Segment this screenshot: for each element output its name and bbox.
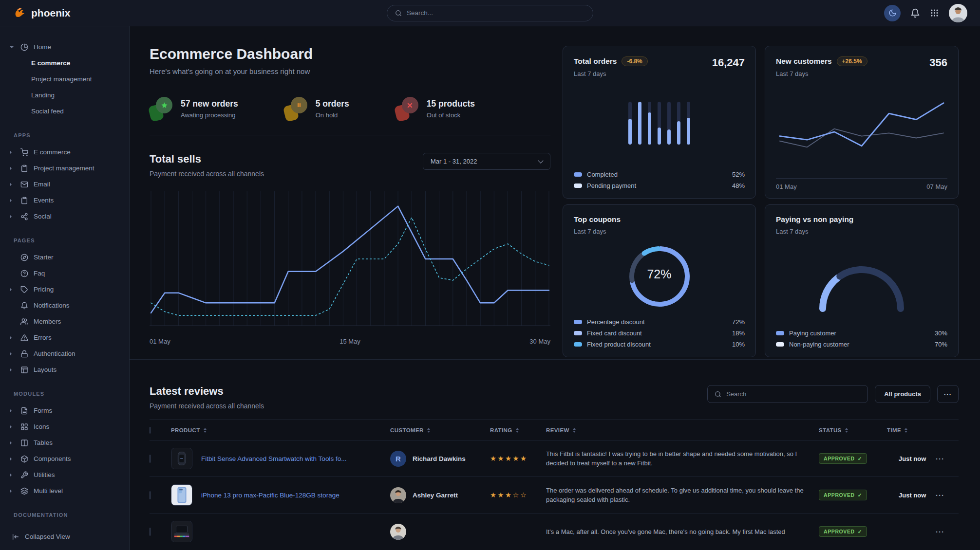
column-header-product[interactable]: PRODUCT xyxy=(171,427,390,433)
row-checkbox[interactable] xyxy=(150,528,151,536)
card-title: Total orders xyxy=(574,57,617,66)
customer-name: Ashley Garrett xyxy=(413,492,458,499)
sidebar-item-members[interactable]: Members xyxy=(0,313,129,330)
sidebar-subitem-landing[interactable]: Landing xyxy=(0,87,129,103)
sidebar-subitem-e-commerce[interactable]: E commerce xyxy=(0,55,129,71)
customer-cell: Ashley Garrett xyxy=(390,487,490,503)
global-search-input[interactable] xyxy=(407,9,585,17)
reviews-search-input[interactable] xyxy=(726,390,861,398)
theme-toggle-button[interactable] xyxy=(884,5,901,21)
customer-cell: RRichard Dawkins xyxy=(390,451,490,467)
sidebar-item-multi-level[interactable]: Multi level xyxy=(0,483,129,499)
sidebar-subitem-project-management[interactable]: Project management xyxy=(0,71,129,87)
pie-chart-icon xyxy=(20,43,28,51)
customer-cell xyxy=(390,524,490,540)
sidebar-item-authentication[interactable]: Authentication xyxy=(0,346,129,362)
caret-right-icon xyxy=(10,199,17,202)
product-link[interactable]: Fitbit Sense Advanced Smartwatch with To… xyxy=(201,455,346,462)
product-link[interactable]: iPhone 13 pro max-Pacific Blue-128GB sto… xyxy=(201,492,339,499)
row-checkbox[interactable] xyxy=(150,455,151,463)
sidebar-item-home[interactable]: Home xyxy=(0,39,129,55)
sidebar-item-utilities[interactable]: Utilities xyxy=(0,467,129,483)
column-header-customer[interactable]: CUSTOMER xyxy=(390,427,490,433)
sidebar-item-layouts[interactable]: Layouts xyxy=(0,362,129,378)
row-menu-button[interactable]: ··· xyxy=(936,528,944,536)
stat-awating-processing: 57 new ordersAwating processing xyxy=(150,97,238,120)
column-header-review[interactable]: REVIEW xyxy=(546,427,819,433)
collapse-sidebar-button[interactable]: Collapsed View xyxy=(0,523,129,550)
order-bar xyxy=(667,102,671,145)
reviews-table: PRODUCTCUSTOMERRATINGREVIEWSTATUSTIMEFit… xyxy=(150,420,959,550)
phoenix-logo-icon xyxy=(13,6,27,20)
legend-label: Pending payment xyxy=(587,182,636,189)
brand-logo[interactable]: phoenix xyxy=(13,6,71,20)
x-label-mid: 15 May xyxy=(339,338,360,345)
column-header-status[interactable]: STATUS xyxy=(819,427,887,433)
x-stat-icon xyxy=(396,97,419,120)
column-label: STATUS xyxy=(819,427,842,433)
collapse-icon xyxy=(12,533,19,541)
row-checkbox-cell xyxy=(150,455,171,462)
layers-icon xyxy=(20,487,28,495)
sidebar-item-e-commerce[interactable]: E commerce xyxy=(0,144,129,160)
sidebar-item-project-management[interactable]: Project management xyxy=(0,160,129,176)
column-label: TIME xyxy=(887,427,901,433)
product-thumbnail xyxy=(171,521,192,542)
sidebar-subitem-social-feed[interactable]: Social feed xyxy=(0,103,129,119)
sidebar-item-errors[interactable]: Errors xyxy=(0,330,129,346)
card-caption: Last 7 days xyxy=(574,70,648,77)
orders-legend-item: Completed52% xyxy=(574,169,745,180)
paying-legend: Paying customer30%Non-paying customer70% xyxy=(776,328,947,350)
column-header-time[interactable]: TIME xyxy=(887,427,936,433)
page-subtitle: Here's what's going on at your business … xyxy=(150,67,550,75)
table-row: Fitbit Sense Advanced Smartwatch with To… xyxy=(150,440,959,477)
paying-gauge-chart xyxy=(765,257,958,316)
total-sells-subtitle: Payment received across all channels xyxy=(150,170,264,178)
bell-icon xyxy=(20,302,28,310)
legend-swatch xyxy=(574,331,582,335)
stat-caption: On hold xyxy=(316,111,349,119)
row-menu-button[interactable]: ··· xyxy=(936,455,944,463)
select-all-checkbox[interactable] xyxy=(150,427,151,434)
notifications-button[interactable] xyxy=(910,8,920,18)
paying-vs-nonpaying-card: Paying vs non paying Last 7 days Paying … xyxy=(765,204,959,357)
sidebar-item-label: Icons xyxy=(34,423,49,430)
row-checkbox[interactable] xyxy=(150,491,151,499)
product-cell: Fitbit Sense Advanced Smartwatch with To… xyxy=(171,448,390,469)
stat-headline: 5 orders xyxy=(316,99,349,109)
sidebar-item-icons[interactable]: Icons xyxy=(0,419,129,435)
apps-menu-button[interactable] xyxy=(930,8,939,18)
orders-bar-chart xyxy=(563,102,755,145)
user-avatar[interactable] xyxy=(949,4,967,22)
date-range-select[interactable]: Mar 1 - 31, 2022 xyxy=(423,153,550,170)
total-sells-x-axis: 01 May 15 May 30 May xyxy=(150,338,550,348)
sidebar-item-notifications[interactable]: Notifications xyxy=(0,297,129,313)
sidebar-item-social[interactable]: Social xyxy=(0,208,129,224)
legend-value: 18% xyxy=(732,330,745,337)
sidebar-item-forms[interactable]: Forms xyxy=(0,403,129,419)
order-bar xyxy=(648,102,651,145)
sidebar-item-label: Pricing xyxy=(34,286,54,293)
row-menu-button[interactable]: ··· xyxy=(936,491,944,499)
sidebar-item-tables[interactable]: Tables xyxy=(0,435,129,451)
reviews-title: Latest reviews xyxy=(150,385,264,398)
status-badge: APPROVED✓ xyxy=(819,490,867,500)
legend-label: Fixed product discount xyxy=(587,341,651,348)
sidebar-item-starter[interactable]: Starter xyxy=(0,249,129,265)
sort-icon xyxy=(516,428,519,433)
all-products-button[interactable]: All products xyxy=(875,385,930,403)
caret-right-icon xyxy=(10,166,17,170)
rating-stars: ★★★★★ xyxy=(490,455,546,462)
sidebar-item-components[interactable]: Components xyxy=(0,451,129,467)
x-label-start: 01 May xyxy=(776,183,797,190)
customer-avatar: R xyxy=(390,451,406,467)
sidebar-item-email[interactable]: Email xyxy=(0,176,129,192)
sidebar-item-faq[interactable]: Faq xyxy=(0,265,129,281)
column-header-rating[interactable]: RATING xyxy=(490,427,546,433)
reviews-more-button[interactable]: ··· xyxy=(937,385,959,403)
legend-swatch xyxy=(776,342,784,347)
search-icon xyxy=(715,391,721,398)
sidebar-item-events[interactable]: Events xyxy=(0,192,129,208)
sidebar-item-pricing[interactable]: Pricing xyxy=(0,281,129,297)
product-thumbnail xyxy=(171,484,192,506)
